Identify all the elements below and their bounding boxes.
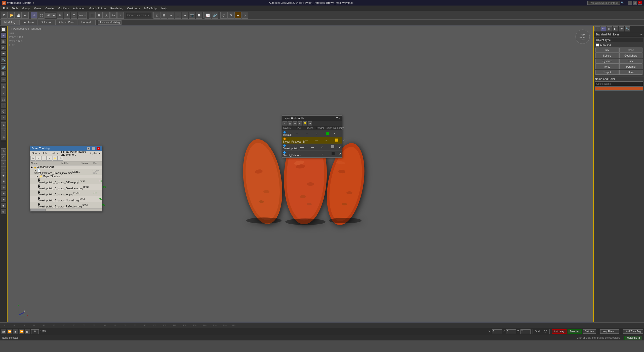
asset-row-max-file[interactable]: ▼ 📄 Sweet_Potatoes_Brown_max.max D:\3d..… <box>30 169 102 175</box>
key-filters-btn[interactable]: Key Filters... <box>600 329 619 334</box>
align-options-btn[interactable]: ↔ <box>168 12 174 19</box>
plane-btn[interactable]: Plane <box>619 70 643 75</box>
scale-left-btn[interactable]: ⊡ <box>1 135 6 140</box>
select-obj-btn[interactable]: ✛ <box>1 84 6 90</box>
tab-modeling[interactable]: Modeling <box>1 20 19 25</box>
set-key-btn[interactable]: Set Key <box>583 329 596 334</box>
select-region-rect-btn[interactable]: ⬚ <box>1 97 6 102</box>
torus-btn[interactable]: Torus <box>595 64 619 69</box>
unlink-selection-btn[interactable]: ⛓ <box>1 71 6 76</box>
color-swatch[interactable] <box>595 86 643 91</box>
layer-settings-btn[interactable]: ⚙ <box>308 121 312 125</box>
move-btn[interactable]: ⊕ <box>57 12 63 19</box>
save-btn[interactable]: 💾 <box>15 12 22 19</box>
menu-modifiers[interactable]: Modifiers <box>56 6 71 10</box>
extra-btn-1[interactable]: ⊞ <box>1 179 6 184</box>
display-tool-btn[interactable]: 👁 <box>1 51 6 56</box>
select-btn[interactable]: ✛ <box>31 12 37 19</box>
minimize-btn[interactable]: ─ <box>628 1 632 5</box>
tab-selection[interactable]: Selection <box>37 20 55 25</box>
create-tool-btn[interactable]: ⬜ <box>1 27 6 32</box>
nav-cube[interactable]: TOP FRONT LEFT <box>575 29 590 44</box>
asset-close-btn[interactable]: × <box>97 147 100 150</box>
layer-row-sweet-potato-3[interactable]: 🔷 Sweet_potato_3 — — ✓ ✓ <box>282 144 342 151</box>
timeline-area[interactable]: 0 10 20 30 40 50 60 70 80 90 100 110 120… <box>0 322 644 328</box>
asset-menu-server[interactable]: Server <box>31 152 41 155</box>
menu-customize[interactable]: Customize <box>125 6 142 10</box>
hierarchy-tool-btn[interactable]: ⛓ <box>1 39 6 44</box>
layer-panel-titlebar[interactable]: Layer 0 (default) ? × <box>282 116 342 121</box>
percent-snap-btn[interactable]: % <box>110 12 117 19</box>
curve-editor-btn[interactable]: 📈 <box>205 12 211 19</box>
cone-btn[interactable]: Cone <box>619 48 643 53</box>
menu-create[interactable]: Create <box>43 6 56 10</box>
primitives-dropdown-icon[interactable]: ▼ <box>640 33 642 36</box>
layer-btn[interactable]: ☰ <box>89 12 96 19</box>
render-setup-btn[interactable]: ⚙ <box>227 12 234 19</box>
add-time-tag-btn[interactable]: Add Time Tag <box>623 329 643 334</box>
search-btn[interactable]: 🔍 <box>621 2 624 4</box>
layer-close-btn[interactable]: × <box>339 117 340 120</box>
place-highlight-btn[interactable]: ◈ <box>182 12 188 19</box>
asset-folder-btn[interactable]: 📁 <box>53 156 58 161</box>
material-editor-btn[interactable]: ⬡ <box>220 12 227 19</box>
extra-btn-2[interactable]: ⊟ <box>1 185 6 190</box>
layer-row-default[interactable]: 🔷 0 (default) — — ✓ ✓ <box>282 130 342 137</box>
menu-rendering[interactable]: Rendering <box>108 6 125 10</box>
asset-row-glossiness[interactable]: 🖼 Sweet_potato_3_brown_Glossiness.png D:… <box>30 184 102 190</box>
tab-populate[interactable]: Populate <box>78 20 95 25</box>
selection-set-input[interactable] <box>126 13 151 18</box>
maximize-btn[interactable]: □ <box>633 1 637 5</box>
modify-icon-btn[interactable]: ⚒ <box>600 26 606 31</box>
layer-row-sweet-potatoes[interactable]: 🔷 Sweet_Potatoes — — ✓ ✓ <box>282 151 342 157</box>
sphere-btn[interactable]: Sphere <box>595 53 619 58</box>
select-region-circ-btn[interactable]: ○ <box>1 103 6 108</box>
menu-help[interactable]: Help <box>159 6 169 10</box>
quick-align-btn[interactable]: ↔ <box>1 160 6 166</box>
create-icon-btn[interactable]: + <box>594 26 600 31</box>
asset-refresh-btn[interactable]: ↻ <box>30 156 35 161</box>
go-to-start-btn[interactable]: ⏮ <box>1 329 6 334</box>
mirror-btn[interactable]: ⧖ <box>153 12 160 19</box>
coord-y-input[interactable] <box>506 329 516 334</box>
asset-scrollbar[interactable] <box>30 208 102 211</box>
align-camera-btn[interactable]: 📷 <box>189 12 195 19</box>
snap-btn[interactable]: ⊞ <box>96 12 103 19</box>
set-pivot-btn[interactable]: ⊙ <box>1 148 6 154</box>
viewport[interactable]: + [ Perspective ] [ Shaded ] Total Polys… <box>7 26 594 322</box>
layer-select-btn[interactable]: ✦ <box>298 121 302 125</box>
extra-btn-4[interactable]: ⊗ <box>1 197 6 202</box>
layer-delete-btn[interactable]: 🗑 <box>288 121 292 125</box>
asset-row-reflection[interactable]: 🖼 Sweet_potato_3_brown_Reflection.png D:… <box>30 202 102 208</box>
extra-btn-6[interactable]: ◎ <box>1 209 6 214</box>
angle-snap-btn[interactable]: ∡ <box>103 12 110 19</box>
extra-btn-3[interactable]: ⊕ <box>1 191 6 196</box>
schematic-view-btn[interactable]: 🔗 <box>212 12 218 19</box>
layer-row-sweet-potatoes-br[interactable]: 🔶 Sweet_Potatoes_Br — — ✓ ✓ <box>282 137 342 144</box>
geosphere-btn[interactable]: GeoSphere <box>619 53 643 58</box>
spinner-snap-btn[interactable]: ↕ <box>117 12 124 19</box>
asset-row-maps[interactable]: ▼ 📁 Maps / Shaders <box>30 175 102 178</box>
asset-maximize-btn[interactable]: □ <box>92 147 95 150</box>
next-frame-btn[interactable]: ⏩ <box>19 329 24 334</box>
toggle-ribbon-btn[interactable]: ≡ <box>1 166 6 172</box>
asset-menu-paths[interactable]: Paths <box>50 152 59 155</box>
close-btn[interactable]: ✕ <box>638 1 642 5</box>
pyramid-btn[interactable]: Pyramid <box>619 64 643 69</box>
normal-align-btn[interactable]: ⊥ <box>175 12 181 19</box>
autogrid-checkbox[interactable] <box>596 43 599 47</box>
rotate-btn[interactable]: ↺ <box>64 12 70 19</box>
render-last-btn[interactable]: ▷ <box>242 12 248 19</box>
layer-add-sel-btn[interactable]: ⊕ <box>293 121 297 125</box>
new-scene-btn[interactable]: 🗋 <box>1 12 8 19</box>
search-input[interactable]: Type a keyword or phrase <box>587 1 620 5</box>
ref-coord-btn[interactable]: View ▼ <box>78 12 87 19</box>
align-btn[interactable]: ⊟ <box>160 12 167 19</box>
asset-settings-btn[interactable]: ⚙ <box>58 156 63 161</box>
teapot-btn[interactable]: Teapot <box>595 70 619 75</box>
rotate-left-btn[interactable]: ↺ <box>1 128 6 134</box>
move-left-btn[interactable]: ⊕ <box>1 122 6 128</box>
render-btn[interactable]: ▶ <box>234 12 241 19</box>
asset-minimize-btn[interactable]: ─ <box>87 147 90 150</box>
asset-row-ior[interactable]: 🖼 Sweet_potato_3_brown_ior.png D:\3d... … <box>30 190 102 196</box>
